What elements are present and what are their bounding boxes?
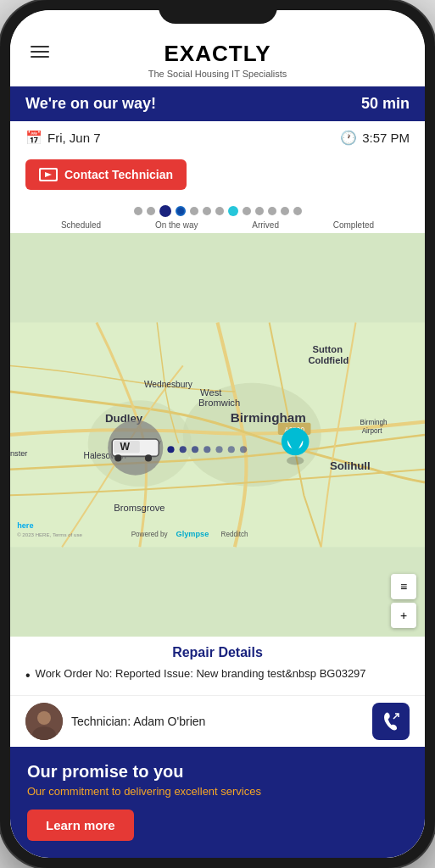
svg-point-47 [37, 711, 51, 725]
zoom-icon: + [400, 609, 407, 622]
svg-text:Birmingh: Birmingh [360, 419, 388, 426]
technician-avatar [25, 703, 63, 740]
technician-row: Technician: Adam O'brien [10, 695, 425, 747]
map-layers-button[interactable]: ≡ [391, 574, 416, 599]
map-zoom-button[interactable]: + [391, 603, 416, 628]
svg-text:Powered by: Powered by [131, 531, 169, 538]
learn-more-button[interactable]: Learn more [27, 810, 134, 841]
progress-labels: Scheduled On the way Arrived Completed [25, 220, 410, 230]
bullet-icon: • [25, 667, 31, 683]
svg-point-28 [167, 446, 174, 453]
contact-button-label: Contact Technician [64, 168, 173, 181]
progress-dot-active [159, 205, 171, 217]
phone-icon [39, 168, 58, 181]
eta-text: 50 min [361, 95, 410, 113]
datetime-row: 📅 Fri, Jun 7 🕐 3:57 PM [10, 121, 425, 154]
phone-notch [159, 0, 277, 24]
call-technician-button[interactable] [372, 703, 410, 740]
map-view[interactable]: A3800 Dudley West Bromwich Birmingham So… [10, 233, 425, 637]
svg-text:Wednesbury: Wednesbury [144, 380, 193, 389]
phone-frame: EXACTLY The Social Housing IT Specialist… [0, 0, 435, 868]
progress-label-completed: Completed [333, 220, 374, 230]
hamburger-icon [31, 51, 49, 53]
date-display: 📅 Fri, Jun 7 [25, 130, 101, 146]
menu-button[interactable] [31, 42, 49, 61]
progress-dot [293, 207, 302, 215]
svg-text:Airport: Airport [362, 427, 383, 435]
progress-dot [147, 207, 155, 215]
svg-text:Redditch: Redditch [221, 531, 248, 538]
repair-work-order: • Work Order No: Reported Issue: New bra… [25, 667, 410, 683]
promise-section: Our promise to you Our commitment to del… [10, 747, 425, 858]
progress-dot [281, 207, 289, 215]
svg-text:Solihull: Solihull [330, 459, 371, 472]
hamburger-icon [31, 46, 49, 47]
progress-dot [268, 207, 276, 215]
svg-point-30 [192, 446, 198, 453]
calendar-icon: 📅 [25, 130, 42, 146]
svg-point-32 [215, 446, 222, 453]
svg-text:here: here [17, 521, 33, 530]
phone-screen: EXACTLY The Social Housing IT Specialist… [10, 10, 425, 858]
progress-dot [134, 207, 142, 215]
repair-details: Repair Details • Work Order No: Reported… [10, 637, 425, 695]
svg-text:Coldfield: Coldfield [308, 355, 349, 365]
call-icon [382, 712, 400, 731]
status-banner: We're on our way! 50 min [10, 86, 425, 121]
progress-label-arrived: Arrived [252, 220, 279, 230]
svg-text:Bromsgrove: Bromsgrove [114, 503, 165, 513]
app-tagline: The Social Housing IT Specialists [27, 69, 408, 79]
contact-technician-button[interactable]: Contact Technician [25, 159, 187, 190]
svg-text:W: W [120, 441, 130, 453]
progress-label-onway: On the way [155, 220, 198, 230]
dots-container [134, 205, 302, 217]
progress-label-scheduled: Scheduled [61, 220, 101, 230]
technician-name: Technician: Adam O'brien [71, 715, 364, 728]
svg-point-33 [228, 446, 235, 453]
svg-text:Sutton: Sutton [313, 344, 343, 354]
promise-title: Our promise to you [27, 762, 408, 782]
contact-button-row: Contact Technician [10, 154, 425, 198]
promise-subtitle: Our commitment to delivering excellent s… [27, 785, 408, 798]
svg-text:nster: nster [10, 449, 27, 458]
svg-point-26 [114, 454, 121, 461]
layers-icon: ≡ [400, 580, 407, 593]
svg-text:© 2023 HERE, Terms of use: © 2023 HERE, Terms of use [17, 531, 82, 537]
svg-text:West: West [200, 387, 222, 398]
progress-dot [255, 207, 264, 215]
svg-point-35 [287, 456, 304, 465]
progress-dot [203, 207, 211, 215]
avatar-image [25, 703, 63, 740]
svg-text:Glympse: Glympse [176, 530, 209, 538]
map-controls: ≡ + [391, 574, 416, 628]
svg-point-31 [204, 446, 210, 453]
time-display: 🕐 3:57 PM [340, 130, 410, 146]
svg-text:Bromwich: Bromwich [198, 398, 240, 408]
svg-point-29 [180, 446, 187, 453]
svg-point-27 [145, 454, 152, 461]
progress-dot [215, 207, 224, 215]
progress-dot [243, 207, 251, 215]
svg-point-34 [240, 446, 247, 453]
progress-dot-teal [228, 206, 238, 216]
progress-indicator: Scheduled On the way Arrived Completed [10, 198, 425, 233]
clock-icon: 🕐 [340, 130, 357, 146]
map-svg: A3800 Dudley West Bromwich Birmingham So… [10, 233, 425, 637]
time-text: 3:57 PM [362, 131, 410, 145]
work-order-text: Work Order No: Reported Issue: New brand… [36, 667, 366, 680]
hamburger-icon [31, 56, 49, 58]
progress-dot [190, 207, 198, 215]
date-text: Fri, Jun 7 [47, 131, 101, 145]
progress-dot-highlight [176, 206, 186, 216]
svg-text:Birmingham: Birmingham [231, 410, 306, 425]
repair-title: Repair Details [25, 645, 410, 660]
status-text: We're on our way! [25, 95, 156, 113]
app-logo: EXACTLY [27, 41, 408, 67]
